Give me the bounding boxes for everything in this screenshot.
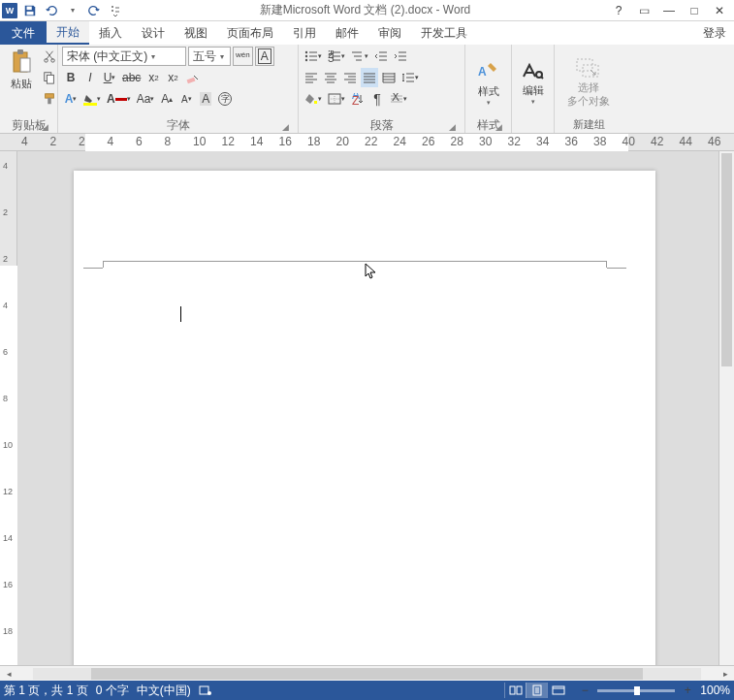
numbering-icon[interactable]: 123▾ — [326, 47, 347, 66]
tab-home[interactable]: 开始 — [47, 21, 89, 45]
sort-icon[interactable]: AZ — [349, 89, 367, 109]
hscroll-thumb[interactable] — [91, 668, 643, 680]
bullets-icon[interactable]: ▾ — [303, 47, 324, 66]
paste-button[interactable]: 粘贴 — [4, 47, 39, 91]
web-layout-icon[interactable] — [547, 683, 568, 698]
undo-icon[interactable] — [43, 1, 60, 20]
view-buttons — [504, 683, 568, 698]
tab-review[interactable]: 审阅 — [368, 21, 411, 45]
paste-label: 粘贴 — [11, 78, 32, 89]
shrink-font-icon[interactable]: A▾ — [177, 89, 195, 109]
line-spacing-icon[interactable]: ▾ — [399, 68, 421, 87]
align-left-icon[interactable] — [303, 68, 320, 87]
font-color-icon[interactable]: A▾ — [105, 89, 133, 109]
svg-point-2 — [112, 6, 113, 8]
language-status[interactable]: 中文(中国) — [137, 683, 191, 699]
word-count[interactable]: 0 个字 — [96, 683, 129, 699]
page[interactable] — [74, 171, 655, 665]
paragraph-launcher-icon[interactable]: ◢ — [443, 121, 461, 133]
subscript-icon[interactable]: x2 — [144, 68, 162, 87]
change-case-icon[interactable]: Aa▾ — [135, 89, 157, 109]
undo-dropdown-icon[interactable]: ▾ — [64, 1, 81, 20]
minimize-icon[interactable]: — — [660, 1, 678, 20]
select-multiple-objects-button[interactable]: 选择 多个对象 — [561, 56, 616, 109]
zoom-in-icon[interactable]: + — [679, 681, 696, 700]
svg-text:Z: Z — [352, 94, 359, 105]
char-shading-icon[interactable]: A — [197, 89, 214, 109]
print-layout-icon[interactable] — [526, 683, 547, 698]
redo-icon[interactable] — [85, 1, 103, 20]
shading-icon[interactable]: ▾ — [303, 89, 324, 109]
tab-insert[interactable]: 插入 — [89, 21, 132, 45]
vscroll-thumb[interactable] — [721, 153, 732, 366]
superscript-icon[interactable]: x2 — [164, 68, 181, 87]
phonetic-guide-icon[interactable]: wén — [233, 47, 253, 66]
justify-icon[interactable] — [361, 68, 378, 87]
snap-to-grid-icon[interactable]: X▾ — [388, 89, 409, 109]
tab-developer[interactable]: 开发工具 — [411, 21, 477, 45]
grow-font-icon[interactable]: A▴ — [158, 89, 176, 109]
qat-customize-icon[interactable] — [107, 1, 124, 20]
macro-record-icon[interactable] — [199, 684, 212, 696]
tab-view[interactable]: 视图 — [175, 21, 217, 45]
tab-file[interactable]: 文件 — [0, 21, 47, 45]
vertical-ruler[interactable]: 4224681012141618 — [0, 151, 17, 665]
zoom-level[interactable]: 100% — [700, 684, 730, 697]
zoom-slider[interactable] — [597, 689, 675, 692]
font-name-combo[interactable]: 宋体 (中文正文)▾ — [62, 47, 186, 66]
tab-mail[interactable]: 邮件 — [326, 21, 368, 45]
svg-point-17 — [305, 59, 307, 61]
align-right-icon[interactable] — [341, 68, 359, 87]
underline-icon[interactable]: U ▾ — [101, 68, 118, 87]
read-mode-icon[interactable] — [504, 683, 526, 698]
text-cursor — [180, 306, 181, 322]
ruler-h-tick: 32 — [508, 135, 521, 148]
clipboard-launcher-icon[interactable]: ◢ — [36, 121, 53, 133]
decrease-indent-icon[interactable] — [372, 47, 390, 66]
help-icon[interactable]: ? — [610, 1, 627, 20]
tab-references[interactable]: 引用 — [283, 21, 326, 45]
ruler-v-tick: 2 — [3, 207, 8, 217]
enclose-char-icon[interactable]: 字 — [216, 89, 234, 109]
horizontal-scrollbar[interactable]: ◂ ▸ — [0, 665, 734, 681]
close-icon[interactable]: ✕ — [711, 1, 728, 20]
ruler-h-tick: 36 — [565, 135, 578, 148]
show-marks-icon[interactable]: ¶ — [368, 89, 386, 109]
clear-format-icon[interactable] — [183, 68, 203, 87]
bold-icon[interactable]: B — [62, 68, 80, 87]
zoom-out-icon[interactable]: − — [576, 681, 593, 700]
ruler-h-tick: 2 — [50, 135, 57, 148]
cut-icon[interactable] — [41, 47, 58, 66]
ribbon-display-icon[interactable]: ▭ — [635, 1, 653, 20]
page-count[interactable]: 第 1 页，共 1 页 — [4, 683, 88, 699]
multilevel-list-icon[interactable]: ▾ — [349, 47, 370, 66]
text-effects-icon[interactable]: A▾ — [62, 89, 80, 109]
document-canvas[interactable]: ▴ — [17, 151, 734, 665]
editing-button[interactable]: 编辑 ▾ — [516, 57, 551, 108]
styles-launcher-icon[interactable]: ◢ — [490, 121, 507, 133]
styles-button[interactable]: A 样式 ▾ — [470, 56, 507, 109]
distribute-icon[interactable] — [380, 68, 398, 87]
ruler-h-tick: 14 — [250, 135, 263, 148]
italic-icon[interactable]: I — [81, 68, 99, 87]
sign-in-link[interactable]: 登录 — [695, 21, 734, 45]
format-painter-icon[interactable] — [41, 89, 58, 109]
save-icon[interactable] — [21, 1, 39, 20]
tab-design[interactable]: 设计 — [132, 21, 175, 45]
borders-icon[interactable]: ▾ — [326, 89, 347, 109]
tab-layout[interactable]: 页面布局 — [217, 21, 283, 45]
align-center-icon[interactable] — [322, 68, 339, 87]
font-launcher-icon[interactable]: ◢ — [276, 121, 294, 133]
group-styles-label: 样式◢ — [469, 117, 507, 133]
highlight-icon[interactable]: ▾ — [81, 89, 103, 109]
vertical-scrollbar[interactable]: ▴ — [718, 151, 734, 665]
font-size-combo[interactable]: 五号▾ — [188, 47, 231, 66]
copy-icon[interactable] — [41, 68, 58, 87]
increase-indent-icon[interactable] — [392, 47, 409, 66]
strikethrough-icon[interactable]: abc — [120, 68, 143, 87]
char-border-icon[interactable]: A — [255, 47, 274, 66]
ruler-v-tick: 12 — [3, 487, 13, 496]
maximize-icon[interactable]: □ — [686, 1, 703, 20]
ruler-v-tick: 18 — [3, 626, 13, 636]
horizontal-ruler[interactable]: 4224681012141618202224262830323436384042… — [0, 134, 734, 151]
